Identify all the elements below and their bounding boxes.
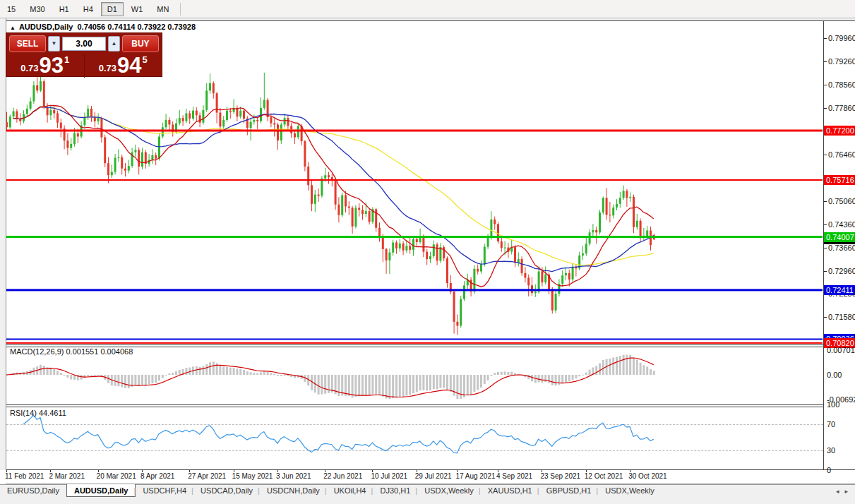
chart-tab-USDX-Weekly[interactable]: USDX,Weekly (598, 485, 661, 497)
candles-layer (6, 73, 655, 335)
sell-price-pip: 1 (64, 54, 69, 65)
date-label: 30 Oct 2021 (628, 472, 666, 480)
collapse-panel-icon[interactable]: ▲ (10, 25, 16, 31)
date-label: 17 Aug 2021 (455, 472, 495, 480)
date-axis[interactable]: 11 Feb 20212 Mar 202120 Mar 20218 Apr 20… (0, 470, 855, 484)
date-label: 23 Sep 2021 (540, 472, 580, 480)
sell-button[interactable]: SELL (9, 35, 46, 52)
rsi-axis-70: 70 (827, 420, 835, 428)
tab-scroll-controls: ◂▸ (836, 485, 855, 497)
macd-axis-0.007015: 0.007015 (827, 346, 855, 354)
chart-tab-GBPUSD-H1[interactable]: GBPUSD,H1 (539, 485, 599, 497)
chart-tab-USDCAD-Daily[interactable]: USDCAD,Daily (193, 485, 260, 497)
date-label: 11 Feb 2021 (5, 472, 44, 480)
buy-button[interactable]: BUY (122, 35, 159, 52)
buy-price-main: 94 (117, 55, 141, 76)
volume-input[interactable] (62, 37, 106, 51)
trading-platform-window: 15M30H1H4D1W1MN 0.799600.792600.785600.7… (0, 0, 855, 504)
price-tick-0.73660: 0.73660 (828, 244, 855, 253)
bid-ask-display: 0.73 93 1 0.73 94 5 (6, 54, 162, 78)
price-tick-0.77860: 0.77860 (828, 104, 855, 113)
chart-tab-USDX-Weekly[interactable]: USDX,Weekly (417, 485, 480, 497)
rsi-line (23, 415, 654, 453)
rsi-axis-30: 30 (827, 446, 835, 455)
rsi-axis-100: 100 (827, 400, 839, 409)
buy-price: 0.73 94 5 (85, 54, 162, 78)
price-tick-0.74360: 0.74360 (828, 220, 855, 229)
buy-price-pip: 5 (143, 54, 148, 65)
symbol-name: AUDUSD,Daily (19, 23, 73, 31)
date-label: 8 Apr 2021 (140, 472, 174, 480)
volume-increase-button[interactable]: ▲ (108, 36, 120, 52)
sell-price-prefix: 0.73 (20, 63, 38, 73)
macd-indicator-title: MACD(12,26,9) 0.001551 0.004068 (10, 347, 133, 356)
macd-axis-0.00: 0.00 (827, 371, 842, 379)
price-tick-0.79260: 0.79260 (828, 57, 855, 66)
date-label: 3 Jun 2021 (276, 472, 311, 480)
date-label: 10 Jul 2021 (371, 472, 407, 480)
hline-0.77200[interactable] (6, 130, 823, 132)
chart-tab-USDCHF-H4[interactable]: USDCHF,H4 (136, 485, 193, 497)
status-strip (0, 496, 855, 504)
date-label: 4 Sep 2021 (496, 472, 532, 480)
ma-fast-line (13, 105, 654, 287)
tab-scroll-right-icon[interactable]: ▸ (844, 488, 848, 495)
volume-decrease-button[interactable]: ▼ (48, 36, 60, 52)
rsi-axis-0: 0 (827, 466, 831, 474)
date-label: 12 Oct 2021 (585, 472, 623, 480)
date-label: 27 Apr 2021 (188, 472, 226, 480)
hline-0.70936[interactable] (6, 339, 823, 340)
chart-tab-bar: EURUSD,DailyAUDUSD,DailyUSDCHF,H4USDCAD,… (0, 484, 855, 497)
level-price-label-0.77200: 0.77200 (824, 126, 855, 136)
sell-price: 0.73 93 1 (6, 54, 84, 78)
hline-0.74007[interactable] (6, 236, 823, 238)
hline-0.70820[interactable] (6, 342, 823, 344)
chart-tab-AUDUSD-Daily[interactable]: AUDUSD,Daily (66, 484, 136, 497)
sell-price-main: 93 (40, 55, 64, 76)
price-axis: 0.799600.792600.785600.778600.764600.750… (824, 20, 855, 470)
ohlc-values: 0.74056 0.74114 0.73922 0.73928 (77, 23, 196, 31)
trade-panel-controls: SELL ▼ ▲ BUY (6, 33, 162, 54)
symbol-header: ▲AUDUSD,Daily 0.74056 0.74114 0.73922 0.… (10, 23, 196, 31)
date-label: 20 Mar 2021 (97, 472, 136, 480)
price-tick-0.76460: 0.76460 (828, 150, 855, 160)
price-tick-0.79960: 0.79960 (828, 34, 855, 43)
chart-tab-DJ30-H1[interactable]: DJ30,H1 (373, 485, 417, 497)
rsi-indicator-title: RSI(14) 44.4611 (10, 409, 66, 417)
level-price-label-0.75716: 0.75716 (824, 175, 855, 185)
price-tick-0.72960: 0.72960 (828, 267, 855, 276)
chart-tab-XAUUSD-H1[interactable]: XAUUSD,H1 (481, 485, 539, 497)
window-left-edge (0, 18, 6, 484)
tab-scroll-left-icon[interactable]: ◂ (836, 488, 839, 495)
date-label: 29 Jul 2021 (415, 472, 452, 480)
date-label: 15 May 2021 (232, 472, 273, 480)
buy-price-prefix: 0.73 (99, 63, 116, 73)
hline-0.75716[interactable] (6, 179, 823, 181)
price-tick-0.75060: 0.75060 (828, 197, 855, 206)
chart-tab-UKOil-H4[interactable]: UKOil,H4 (327, 485, 373, 497)
level-price-label-0.72411: 0.72411 (824, 285, 855, 295)
chart-tab-EURUSD-Daily[interactable]: EURUSD,Daily (0, 485, 66, 497)
price-tick-0.78560: 0.78560 (828, 80, 855, 90)
date-label: 22 Jun 2021 (323, 472, 362, 480)
one-click-trade-panel: SELL ▼ ▲ BUY 0.73 93 1 0.73 94 5 (6, 32, 162, 77)
level-price-label-0.74007: 0.74007 (824, 232, 855, 242)
chart-tab-USDCNH-Daily[interactable]: USDCNH,Daily (260, 485, 327, 497)
hline-0.72411[interactable] (6, 289, 823, 291)
date-label: 2 Mar 2021 (49, 472, 85, 480)
price-tick-0.71580: 0.71580 (828, 313, 855, 322)
